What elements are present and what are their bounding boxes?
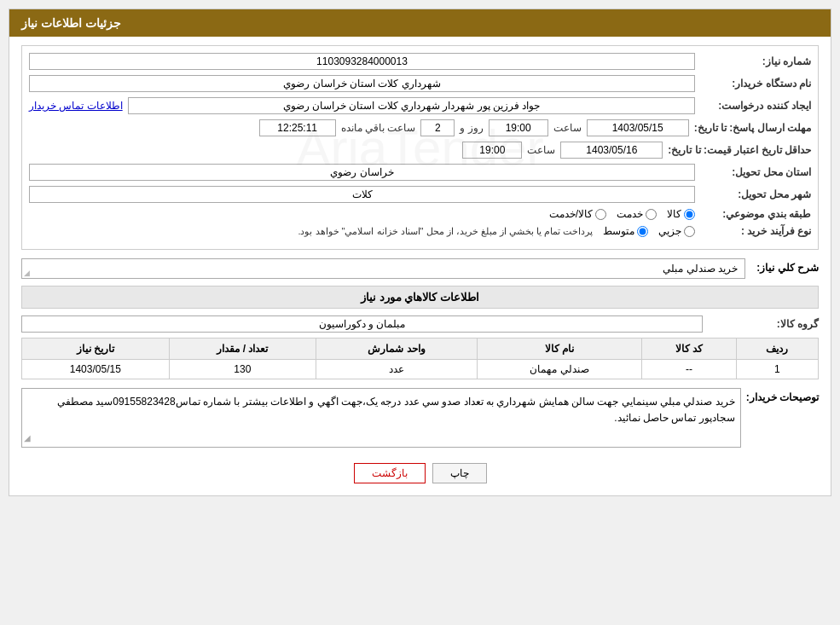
hadaghal-saat-label: ساعت	[527, 144, 555, 156]
saat-manande-value: 12:25:11	[259, 119, 336, 136]
hadaghal-date-value: 1403/05/16	[560, 142, 663, 159]
ostan-value: خراسان رضوي	[29, 164, 695, 181]
page-header: جزئيات اطلاعات نياز	[9, 9, 831, 37]
sharh-koli-box: خريد صندلي مبلي ◢	[21, 258, 745, 279]
group-value: مبلمان و دکوراسيون	[21, 315, 703, 333]
sharh-koli-value: خريد صندلي مبلي	[663, 263, 738, 275]
radio-mootasat-label: متوسط	[603, 225, 634, 237]
goods-table: رديف کد کالا نام کالا واحد شمارش تعداد /…	[21, 338, 819, 379]
desc-resize-icon: ◢	[24, 431, 31, 445]
hadaghal-label: حداقل تاريخ اعتبار قيمت: تا تاريخ:	[668, 144, 811, 156]
toseahat-label: توصيحات خريدار:	[746, 388, 819, 403]
chap-button[interactable]: چاپ	[432, 463, 487, 483]
col-vahed: واحد شمارش	[316, 339, 478, 360]
mohlat-ersal-label: مهلت ارسال پاسخ: تا تاريخ:	[694, 122, 811, 134]
radio-kala-khadamat[interactable]: کالا/خدمت	[549, 208, 606, 220]
noe-farayand-label: نوع فرآيند خريد :	[700, 225, 811, 237]
ostan-label: استان محل تحويل:	[700, 166, 811, 178]
shahr-label: شهر محل تحويل:	[700, 188, 811, 200]
toseahat-value: خريد صندلي مبلي سينمايي جهت سالن همايش ش…	[57, 396, 735, 424]
bazgasht-button[interactable]: بازگشت	[354, 463, 426, 483]
page-title: جزئيات اطلاعات نياز	[21, 16, 121, 30]
mohlat-date-value: 1403/05/15	[587, 119, 689, 136]
radio-khadamat-label: خدمت	[617, 208, 643, 220]
col-tarikh: تاريخ نياز	[22, 339, 170, 360]
shomare-niaz-value: 1103093284000013	[29, 53, 695, 70]
radio-jazri[interactable]: جزيي	[658, 225, 695, 237]
radio-kala[interactable]: کالا	[667, 208, 695, 220]
tabaghe-bandi-label: طبقه بندي موضوعي:	[700, 208, 811, 220]
resize-icon: ◢	[24, 269, 30, 277]
shomare-niaz-label: شماره نياز:	[700, 55, 811, 67]
col-kod-kala: کد کالا	[642, 339, 736, 360]
mohlat-saat-label: ساعت	[553, 122, 582, 134]
shahr-value: کلات	[29, 186, 695, 203]
radio-mootasat[interactable]: متوسط	[603, 225, 648, 237]
col-radif: رديف	[736, 339, 818, 360]
saat-manande-label: ساعت باقي مانده	[341, 122, 416, 134]
col-name-kala: نام کالا	[477, 339, 641, 360]
group-label: گروه کالا:	[708, 318, 819, 330]
toseahat-box: خريد صندلي مبلي سينمايي جهت سالن همايش ش…	[21, 388, 741, 448]
name-dastgah-label: نام دستگاه خريدار:	[700, 78, 811, 90]
radio-khadamat[interactable]: خدمت	[617, 208, 657, 220]
radio-kala-label: کالا	[667, 208, 681, 220]
mohlat-saat-value: 19:00	[489, 119, 548, 136]
noe-desc-text: پرداخت تمام يا بخشي از مبلغ خريد، از محل…	[298, 226, 593, 237]
ijad-konande-label: ايجاد کننده درخواست:	[700, 100, 811, 112]
radio-kala-khadamat-label: کالا/خدمت	[549, 208, 593, 220]
ijad-konande-value: جواد فرزين پور شهردار شهرداري کلات استان…	[128, 97, 695, 114]
goods-title: اطلاعات کالاهاي مورد نياز	[21, 286, 819, 309]
hadaghal-saat-value: 19:00	[462, 142, 522, 159]
roz-label: روز و	[460, 122, 483, 134]
col-tedad: تعداد / مقدار	[169, 339, 316, 360]
sharh-koli-label: شرح کلي نياز:	[750, 258, 819, 274]
name-dastgah-value: شهرداري کلات استان خراسان رضوي	[29, 75, 695, 92]
roz-value: 2	[420, 119, 455, 136]
radio-jazri-label: جزيي	[658, 225, 681, 237]
ettelaat-tamas-link[interactable]: اطلاعات تماس خريدار	[29, 100, 123, 112]
table-row: 1--صندلي مهمانعدد1301403/05/15	[22, 360, 819, 379]
